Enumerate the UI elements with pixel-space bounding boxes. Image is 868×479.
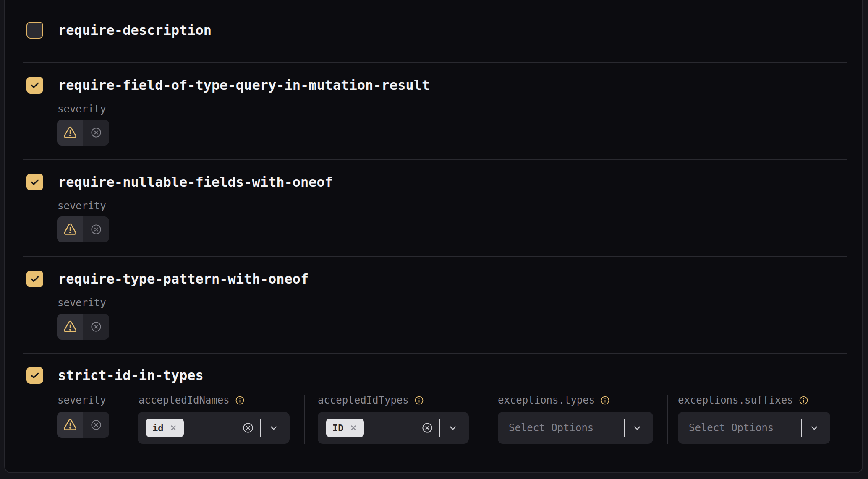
rule-name: require-field-of-type-query-in-mutation-… xyxy=(58,77,430,94)
severity-toggle xyxy=(57,216,109,242)
row-divider xyxy=(23,256,847,257)
severity-off-button[interactable] xyxy=(83,314,109,340)
warning-icon xyxy=(63,125,78,140)
rule-checkbox[interactable] xyxy=(26,174,43,190)
info-icon[interactable] xyxy=(414,395,424,406)
column-divider xyxy=(304,395,305,444)
option-label-text: acceptedIdNames xyxy=(139,394,230,406)
clear-icon[interactable] xyxy=(421,422,434,434)
row-divider xyxy=(23,353,847,354)
rules-panel: require-description require-field-of-typ… xyxy=(0,0,868,479)
severity-label: severity xyxy=(58,394,106,406)
option-label-text: exceptions.types xyxy=(498,394,595,406)
select-placeholder: Select Options xyxy=(689,422,774,434)
selected-tag: id xyxy=(146,419,184,437)
select-placeholder: Select Options xyxy=(509,422,593,434)
select-separator xyxy=(801,419,802,437)
severity-toggle xyxy=(57,120,109,146)
severity-warn-button[interactable] xyxy=(57,314,83,340)
rule-name: require-type-pattern-with-oneof xyxy=(58,271,309,287)
severity-label: severity xyxy=(58,103,106,115)
chevron-down-icon[interactable] xyxy=(808,422,820,434)
severity-off-button[interactable] xyxy=(83,412,109,438)
severity-warn-button[interactable] xyxy=(57,120,83,146)
info-icon[interactable] xyxy=(600,395,610,406)
severity-off-button[interactable] xyxy=(83,216,109,242)
option-label-acceptedIdNames: acceptedIdNames xyxy=(139,394,245,406)
rule-row-require-nullable-fields-with-oneof: require-nullable-fields-with-oneof xyxy=(26,174,333,190)
info-icon[interactable] xyxy=(235,395,245,406)
circle-x-icon xyxy=(90,126,102,139)
warning-icon xyxy=(63,222,78,237)
severity-warn-button[interactable] xyxy=(57,412,83,438)
accepted-id-types-select[interactable]: ID xyxy=(318,412,469,444)
row-divider xyxy=(23,8,847,8)
selected-tag-label: ID xyxy=(332,423,344,433)
option-label-text: acceptedIdTypes xyxy=(318,394,409,406)
rule-name: strict-id-in-types xyxy=(58,367,204,384)
circle-x-icon xyxy=(90,320,102,333)
rule-row-require-type-pattern-with-oneof: require-type-pattern-with-oneof xyxy=(26,271,309,287)
rule-checkbox[interactable] xyxy=(26,22,43,39)
tag-remove-icon[interactable] xyxy=(169,424,178,432)
rule-row-require-field-of-type-query-in-mutation-result: require-field-of-type-query-in-mutation-… xyxy=(26,77,430,94)
severity-warn-button[interactable] xyxy=(57,216,83,242)
selected-tag: ID xyxy=(326,419,364,437)
check-icon xyxy=(29,177,40,187)
chevron-down-icon[interactable] xyxy=(631,422,643,434)
chevron-down-icon[interactable] xyxy=(268,422,280,434)
severity-label: severity xyxy=(58,200,106,212)
row-divider xyxy=(23,159,847,160)
rule-checkbox[interactable] xyxy=(26,271,43,287)
chevron-down-icon[interactable] xyxy=(447,422,459,434)
severity-toggle xyxy=(57,314,109,340)
select-separator xyxy=(260,419,261,437)
option-label-text: exceptions.suffixes xyxy=(678,394,793,406)
check-icon xyxy=(29,370,40,381)
option-label-exceptions-types: exceptions.types xyxy=(498,394,610,406)
accepted-id-names-select[interactable]: id xyxy=(138,412,290,444)
exceptions-types-select[interactable]: Select Options xyxy=(498,412,653,444)
check-icon xyxy=(29,273,40,284)
clear-icon[interactable] xyxy=(242,422,254,434)
severity-label: severity xyxy=(58,297,106,309)
column-divider xyxy=(484,395,484,444)
warning-icon xyxy=(63,320,78,334)
option-label-exceptions-suffixes: exceptions.suffixes xyxy=(678,394,809,406)
circle-x-icon xyxy=(90,419,102,431)
rule-row-require-description: require-description xyxy=(26,22,212,39)
severity-off-button[interactable] xyxy=(83,120,109,146)
exceptions-suffixes-select[interactable]: Select Options xyxy=(678,412,830,444)
option-label-acceptedIdTypes: acceptedIdTypes xyxy=(318,394,424,406)
check-icon xyxy=(29,80,40,91)
info-icon[interactable] xyxy=(798,395,809,406)
rule-name: require-nullable-fields-with-oneof xyxy=(58,174,333,190)
circle-x-icon xyxy=(90,223,102,236)
warning-icon xyxy=(63,418,78,432)
severity-toggle xyxy=(57,412,109,438)
row-divider xyxy=(23,62,847,63)
selected-tag-label: id xyxy=(152,423,164,433)
column-divider xyxy=(667,395,668,444)
select-separator xyxy=(624,419,625,437)
column-divider xyxy=(123,395,123,444)
rule-checkbox[interactable] xyxy=(26,367,43,384)
tag-remove-icon[interactable] xyxy=(349,424,358,432)
rule-name: require-description xyxy=(58,22,212,39)
select-separator xyxy=(439,419,440,437)
rule-checkbox[interactable] xyxy=(26,77,43,94)
rule-row-strict-id-in-types: strict-id-in-types xyxy=(26,367,204,384)
